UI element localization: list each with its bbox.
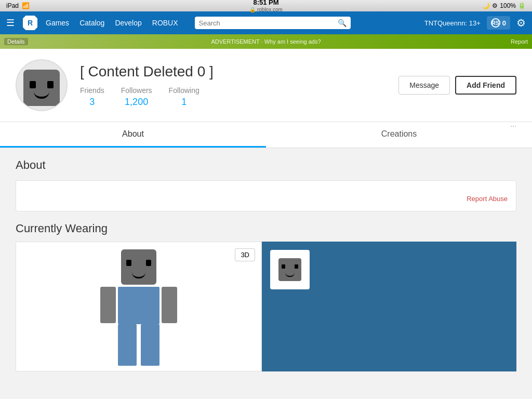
nav-develop[interactable]: Develop <box>115 19 141 27</box>
char-head <box>121 249 156 285</box>
character-preview: 3D <box>16 242 262 371</box>
search-icon[interactable]: 🔍 <box>338 19 347 27</box>
bluetooth-icon: ⚙ <box>492 2 498 9</box>
nav-username: TNTQueennn: 13+ <box>424 19 481 27</box>
following-label: Following <box>169 86 200 95</box>
nav-games[interactable]: Games <box>46 19 69 27</box>
profile-name: [ Content Deleted 0 ] <box>80 63 386 80</box>
ad-report[interactable]: Report <box>511 38 528 45</box>
wearing-section: Currently Wearing 3D <box>0 222 532 382</box>
char-torso <box>118 287 159 324</box>
menu-icon[interactable]: ☰ <box>6 17 15 29</box>
moon-icon: 🌙 <box>482 2 490 9</box>
char-leg-left <box>118 324 137 366</box>
profile-section: [ Content Deleted 0 ] Friends 3 Follower… <box>0 49 532 122</box>
char-eye-left <box>126 260 131 266</box>
battery-icon: 🔋 <box>518 2 526 9</box>
about-section: About Report Abuse <box>0 148 532 222</box>
followers-value: 1,200 <box>121 97 152 108</box>
nav-right: TNTQueennn: 13+ RS 0 ⚙ <box>424 16 526 30</box>
add-friend-button[interactable]: Add Friend <box>455 76 516 95</box>
3d-button[interactable]: 3D <box>235 248 255 261</box>
message-button[interactable]: Message <box>398 76 450 95</box>
ad-label: ADVERTISEMENT · Why am I seeing ads? <box>211 38 321 45</box>
tab-about[interactable]: About <box>0 122 266 148</box>
robux-balance[interactable]: RS 0 <box>487 16 510 30</box>
roblox-logo[interactable]: R <box>23 16 37 30</box>
sh-eye-right <box>295 264 298 269</box>
stat-friends: Friends 3 <box>80 86 104 108</box>
ad-details[interactable]: Details <box>4 38 28 45</box>
wifi-icon: 📶 <box>22 2 30 9</box>
avatar-eye-right <box>47 81 54 88</box>
char-arm-left <box>100 287 116 323</box>
stat-followers: Followers 1,200 <box>121 86 152 108</box>
followers-label: Followers <box>121 86 152 95</box>
battery-label: 100% <box>500 2 516 9</box>
status-bar: iPad 📶 8:51 PM 🔒 roblox.com 🌙 ⚙ 100% 🔋 <box>0 0 532 11</box>
tab-creations[interactable]: Creations <box>266 122 532 148</box>
char-eye-right <box>146 260 151 266</box>
char-smile <box>132 272 145 278</box>
profile-actions: Message Add Friend <box>398 76 516 95</box>
robux-amount: 0 <box>502 19 506 27</box>
more-options-icon[interactable]: ··· <box>510 122 516 130</box>
search-box: 🔍 <box>195 17 351 29</box>
avatar <box>16 59 68 111</box>
char-arm-right <box>162 287 177 323</box>
item-head-icon <box>278 258 301 281</box>
roblox-character <box>97 249 180 364</box>
settings-icon[interactable]: ⚙ <box>516 17 526 29</box>
status-time: 8:51 PM <box>253 0 278 7</box>
about-content-box: Report Abuse <box>16 180 516 211</box>
nav-links: Games Catalog Develop ROBUX <box>46 19 178 27</box>
following-value: 1 <box>169 97 200 108</box>
char-leg-right <box>141 324 159 366</box>
nav-robux[interactable]: ROBUX <box>152 19 178 27</box>
stat-following: Following 1 <box>169 86 200 108</box>
ad-bar: Details ADVERTISEMENT · Why am I seeing … <box>0 34 532 49</box>
item-thumbnail[interactable] <box>270 250 310 289</box>
wearing-content: 3D <box>16 242 516 371</box>
nav-catalog[interactable]: Catalog <box>79 19 104 27</box>
items-panel <box>262 242 516 371</box>
friends-value: 3 <box>80 97 104 108</box>
about-title: About <box>16 158 516 172</box>
profile-info: [ Content Deleted 0 ] Friends 3 Follower… <box>80 63 386 108</box>
search-input[interactable] <box>199 19 338 27</box>
wearing-title: Currently Wearing <box>16 222 516 235</box>
profile-stats: Friends 3 Followers 1,200 Following 1 <box>80 86 386 108</box>
sh-eye-left <box>282 264 285 269</box>
robux-icon: RS <box>491 18 500 28</box>
avatar-smile <box>34 91 49 99</box>
avatar-eye-left <box>30 81 36 88</box>
device-label: iPad <box>6 2 19 9</box>
avatar-head <box>23 70 60 106</box>
report-abuse-link[interactable]: Report Abuse <box>467 195 508 203</box>
tabs: About Creations <box>0 122 532 148</box>
status-url: 🔒 roblox.com <box>249 7 283 13</box>
friends-label: Friends <box>80 86 104 95</box>
sh-smile <box>285 273 295 277</box>
nav-bar: ☰ R Games Catalog Develop ROBUX 🔍 TNTQue… <box>0 11 532 34</box>
